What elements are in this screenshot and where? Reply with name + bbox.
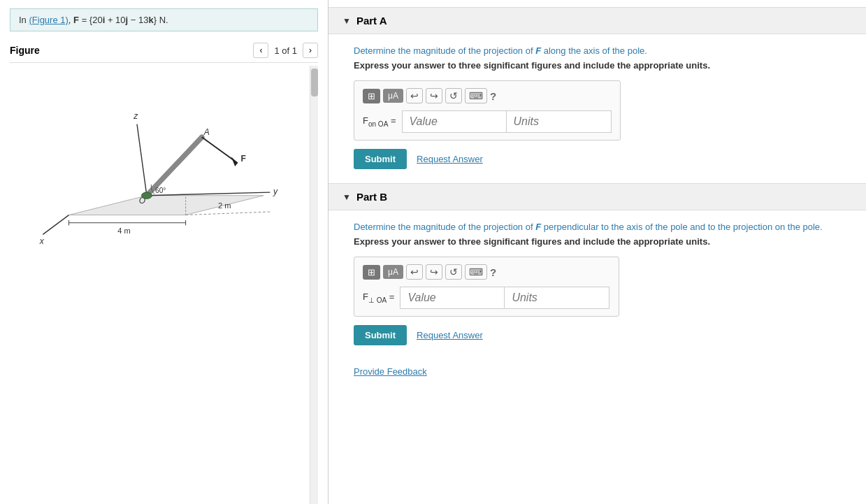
part-b-toolbar: ⊞ μA ↩ ↪ ↺ ⌨ ? [363,264,610,280]
part-b-submit-button[interactable]: Submit [354,325,407,345]
svg-line-3 [186,212,270,215]
part-a-title: Part A [356,15,387,27]
part-b-grid-button[interactable]: ⊞ [363,265,380,280]
svg-line-4 [137,124,147,196]
part-b-redo-button[interactable]: ↪ [426,264,442,280]
figure-nav: ‹ 1 of 1 › [253,43,318,58]
svg-text:60°: 60° [155,187,166,194]
part-b-action-row: Submit Request Answer [354,325,841,345]
figure-info-box: In (Figure 1), F = {20i + 10j − 13k} N. [10,8,318,31]
figure-title: Figure [10,45,40,56]
part-a-undo-button[interactable]: ↩ [406,88,423,103]
figure-header: Figure ‹ 1 of 1 › [10,38,318,63]
part-b-section: ▼ Part B Determine the magnitude of the … [329,183,866,359]
part-a-refresh-button[interactable]: ↺ [445,88,462,103]
scrollbar-thumb[interactable] [311,69,318,96]
part-b-question-primary: Determine the magnitude of the projectio… [354,222,841,232]
svg-line-1 [43,215,68,235]
part-a-input-label: Fon OA = [363,115,396,128]
part-a-units-input[interactable] [507,110,612,133]
part-b-request-answer-link[interactable]: Request Answer [417,330,483,340]
part-a-question-secondary: Express your answer to three significant… [354,60,841,71]
part-a-input-row: Fon OA = [363,110,612,133]
part-a-value-input[interactable] [402,110,507,133]
svg-text:y: y [273,187,278,196]
part-b-units-input[interactable] [505,287,609,309]
figure-info-equation: , F = {20i + 10j − 13k} N. [68,15,168,25]
part-a-section: ▼ Part A Determine the magnitude of the … [329,7,866,183]
figure-info-prefix: In [19,15,29,25]
svg-point-21 [142,192,152,199]
svg-marker-12 [231,157,238,166]
scrollbar-track [310,66,318,504]
part-a-grid-button[interactable]: ⊞ [363,89,380,103]
part-b-title: Part B [356,191,387,203]
part-b-mu-button[interactable]: μA [383,265,403,279]
figure-section: Figure ‹ 1 of 1 › [0,38,328,504]
part-a-toolbar: ⊞ μA ↩ ↪ ↺ ⌨ ? [363,88,612,103]
part-a-redo-button[interactable]: ↪ [426,88,442,103]
part-a-arrow: ▼ [342,16,351,26]
figure-scroll-area: x y z O A F 60° [10,66,318,504]
part-a-help-button[interactable]: ? [490,90,496,102]
part-b-body: Determine the magnitude of the projectio… [329,210,866,359]
part-a-question-primary: Determine the magnitude of the projectio… [354,45,841,56]
svg-text:A: A [203,127,210,137]
part-a-action-row: Submit Request Answer [354,149,841,169]
part-a-header[interactable]: ▼ Part A [329,7,866,34]
figure-scroll: x y z O A F 60° [10,66,310,504]
part-a-body: Determine the magnitude of the projectio… [329,34,866,183]
part-b-header[interactable]: ▼ Part B [329,183,866,210]
provide-feedback-link[interactable]: Provide Feedback [329,359,866,384]
part-b-refresh-button[interactable]: ↺ [445,264,462,280]
svg-text:z: z [133,111,138,121]
part-a-mu-button[interactable]: μA [383,89,403,103]
part-b-undo-button[interactable]: ↩ [406,264,423,280]
svg-marker-0 [69,196,264,215]
part-b-arrow: ▼ [342,192,351,202]
part-a-keyboard-button[interactable]: ⌨ [465,88,487,103]
part-b-keyboard-button[interactable]: ⌨ [465,264,487,280]
right-panel: ▼ Part A Determine the magnitude of the … [329,0,866,504]
part-a-answer-box: ⊞ μA ↩ ↪ ↺ ⌨ ? Fon OA = [354,80,621,141]
part-b-input-label: F⊥ OA = [363,291,394,304]
svg-text:x: x [39,236,45,246]
figure-diagram: x y z O A F 60° [10,66,310,247]
part-b-value-input[interactable] [400,287,505,309]
part-a-request-answer-link[interactable]: Request Answer [417,154,483,164]
figure-next-button[interactable]: › [303,43,318,58]
part-b-input-row: F⊥ OA = [363,287,610,309]
figure-prev-button[interactable]: ‹ [253,43,268,58]
part-b-answer-box: ⊞ μA ↩ ↪ ↺ ⌨ ? F⊥ OA = [354,257,619,317]
figure-link[interactable]: (Figure 1) [29,15,68,25]
figure-nav-count: 1 of 1 [274,45,297,56]
svg-text:2 m: 2 m [218,201,231,210]
left-panel: In (Figure 1), F = {20i + 10j − 13k} N. … [0,0,329,504]
svg-text:F: F [241,154,246,164]
part-b-help-button[interactable]: ? [490,266,496,278]
svg-text:4 m: 4 m [117,226,131,235]
part-a-submit-button[interactable]: Submit [354,149,407,169]
part-b-question-secondary: Express your answer to three significant… [354,236,841,247]
